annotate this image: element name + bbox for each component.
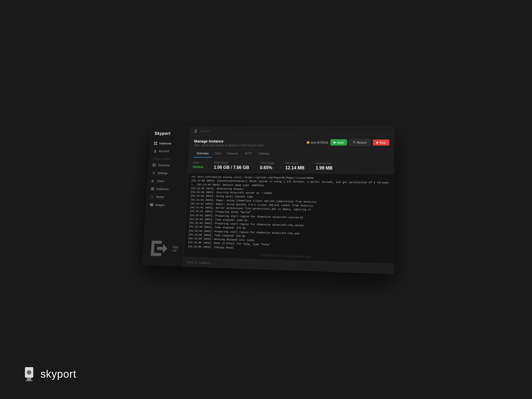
command-input[interactable] [187,261,389,271]
sign-out-button[interactable]: Sign out [142,234,185,264]
admin-section-label: Admin Panel [149,155,189,161]
nodes-label: Nodes [156,195,164,198]
instance-badge: test (07f324) [307,141,328,144]
stat-cpu-value: 0.65% [260,165,274,170]
svg-line-27 [152,195,154,197]
sign-out-label: Sign out [172,245,180,252]
svg-rect-6 [156,142,157,143]
svg-rect-2 [25,380,33,381]
scene: skyport Skyport Instances [0,0,532,399]
account-label: Account [159,150,169,153]
sidebar-item-images[interactable]: Images [146,201,186,209]
stop-label: Stop [379,141,386,144]
main-panel: Skyport Instances Acc [142,126,394,274]
stat-state: State Online [193,161,204,169]
image-icon [150,203,154,207]
stat-ram-value: 1.06 GB / 7.66 GB [214,165,249,170]
stop-button[interactable]: ■ Stop [373,139,389,145]
svg-line-26 [151,195,152,197]
sidebar-item-users[interactable]: Users [147,177,188,185]
svg-point-9 [154,150,156,151]
users-label: Users [157,179,164,183]
bottom-logo-text: skyport [40,368,76,380]
svg-line-29 [152,197,154,198]
stat-net-in: Network In 12.14 MB [285,162,305,170]
stat-ram-label: RAM Usage [214,161,249,164]
page-title: Manage Instance [194,139,265,143]
page-subtitle: View, update and manage an instance on t… [194,144,265,147]
page-header-right: test (07f324) ▶ Start ↻ Restart ■ Stop [307,139,389,146]
gear-icon [152,171,156,175]
sidebar-item-account[interactable]: Account [150,147,190,155]
page-header: Manage Instance View, update and manage … [190,135,394,150]
stat-ram: RAM Usage 1.06 GB / 7.66 GB [214,161,249,170]
stat-net-out-value: 1.99 MB [316,166,333,171]
tab-sftp[interactable]: SFTP [241,150,255,158]
restart-label: Restart [357,141,367,144]
start-button[interactable]: ▶ Start [330,139,347,146]
page-header-left: Manage Instance View, update and manage … [194,139,265,147]
stop-icon: ■ [376,141,378,144]
stat-state-label: State [193,161,204,164]
tab-network[interactable]: Network [224,150,241,158]
restart-button[interactable]: ↻ Restart [349,139,370,146]
skyport-logo-icon [22,366,36,382]
overview-label: Overview [158,163,170,167]
svg-point-15 [152,180,153,181]
svg-point-14 [153,172,154,173]
instances-admin-label: Instances [156,187,169,191]
svg-rect-18 [151,189,154,190]
users-icon [151,179,155,183]
stat-net-out-label: Network Out [316,162,332,165]
sidebar-item-instances[interactable]: Instances [150,139,190,147]
topbar: ☰ [190,126,394,135]
search-input[interactable] [200,129,253,133]
stat-net-in-value: 12.14 MB [285,165,305,170]
main-content: ☰ Manage Instance View, update and manag… [183,126,394,274]
svg-rect-13 [154,165,156,167]
instance-name: test (07f324) [311,141,328,144]
tab-overview[interactable]: Overview [193,150,212,158]
sidebar-brand: Skyport [150,127,190,139]
svg-point-4 [28,371,30,374]
svg-rect-12 [152,166,154,167]
images-label: Images [155,203,165,206]
tabs: Overview Files Network SFTP Settings [189,150,394,158]
svg-point-16 [154,180,154,181]
start-label: Start [337,141,344,144]
node-icon [150,195,154,199]
instances-label: Instances [159,142,172,145]
panel-wrapper: Skyport Instances Acc [142,126,394,274]
sidebar-item-instances-admin[interactable]: Instances [147,185,187,193]
sidebar-item-nodes[interactable]: Nodes [147,193,187,201]
instance-dot [307,141,310,144]
svg-rect-1 [27,378,31,380]
stat-cpu-label: CPU Usage [260,162,275,165]
svg-rect-7 [154,144,155,145]
svg-rect-17 [151,187,154,188]
sidebar-spacer [144,209,186,235]
console-area: For more information please visit: https… [183,173,394,264]
sign-out-icon [146,236,171,261]
tab-settings[interactable]: Settings [255,150,273,158]
stat-net-in-label: Network In [285,162,305,165]
svg-rect-11 [154,163,156,165]
stat-cpu: CPU Usage 0.65% [260,162,275,170]
menu-icon[interactable]: ☰ [194,129,198,133]
settings-label: Settings [157,172,168,175]
bottom-logo: skyport [22,366,76,382]
sidebar-item-settings[interactable]: Settings [148,169,188,177]
stat-state-value: Online [193,165,203,169]
svg-rect-10 [153,163,154,165]
sidebar-item-overview[interactable]: Overview [149,161,188,169]
start-play-icon: ▶ [334,141,336,144]
grid-icon [154,142,158,145]
tab-files[interactable]: Files [211,150,224,158]
stats-row: State Online RAM Usage 1.06 GB / 7.66 GB… [188,157,394,174]
svg-line-28 [151,197,152,198]
sidebar: Skyport Instances Acc [142,127,191,266]
svg-rect-5 [154,142,155,143]
svg-rect-8 [156,144,157,145]
dashboard-icon [152,163,156,167]
stat-net-out: Network Out 1.99 MB [316,162,333,171]
